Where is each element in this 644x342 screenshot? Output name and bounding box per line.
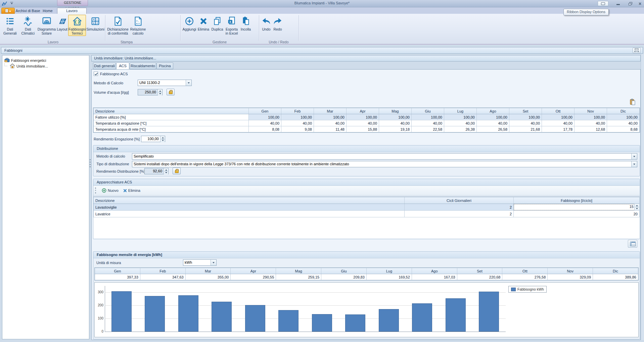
- column-header-month[interactable]: Ago: [477, 108, 509, 114]
- incolla-button[interactable]: Incolla: [239, 15, 252, 32]
- dati-climatici-button[interactable]: Dati Climatici: [19, 15, 37, 36]
- column-header-month[interactable]: Ott: [542, 108, 574, 114]
- chart-bar[interactable]: [379, 309, 399, 332]
- appliance-name-cell[interactable]: Lavatrice: [94, 211, 405, 217]
- month-cell[interactable]: 40,00: [347, 120, 379, 126]
- appliance-row[interactable]: Lavatrice220: [94, 211, 640, 217]
- application-menu-button[interactable]: [1, 8, 15, 14]
- fabbisogni-termici-button[interactable]: Fabbisogni Termici: [68, 15, 86, 36]
- aggiungi-button[interactable]: Aggiungi: [182, 15, 197, 32]
- tab-acs[interactable]: ACS: [116, 62, 129, 70]
- column-header-month[interactable]: Dic: [607, 108, 640, 114]
- column-header-month[interactable]: Gen: [249, 108, 281, 114]
- month-cell[interactable]: 21,68: [509, 126, 542, 132]
- copy-table-button[interactable]: [628, 98, 637, 106]
- dist-rendimento-spinedit[interactable]: 92,60: [144, 168, 169, 174]
- esporta-in-excel-button[interactable]: XEsporta in Excel: [224, 15, 239, 36]
- column-header-month[interactable]: Mar: [314, 108, 347, 114]
- minimize-button[interactable]: [614, 1, 622, 6]
- chart-bar[interactable]: [412, 303, 432, 332]
- fabbisogno-cell[interactable]: 20: [514, 211, 640, 217]
- month-cell[interactable]: 19,18: [379, 126, 412, 132]
- column-header-month[interactable]: Giu: [412, 108, 444, 114]
- month-cell[interactable]: 100,00: [347, 114, 379, 120]
- month-cell[interactable]: 100,00: [542, 114, 574, 120]
- month-cell[interactable]: 40,00: [477, 120, 509, 126]
- cicli-cell[interactable]: 2: [405, 211, 514, 217]
- month-cell[interactable]: 15,88: [347, 126, 379, 132]
- panel-resize-button[interactable]: [633, 48, 641, 53]
- month-cell[interactable]: 100,00: [412, 114, 444, 120]
- unita-misura-combo[interactable]: kWh: [183, 259, 217, 266]
- chart-bar[interactable]: [446, 298, 466, 332]
- fabbisogno-acs-checkbox[interactable]: [94, 72, 98, 76]
- month-cell[interactable]: 100,00: [509, 114, 542, 120]
- chart-bar[interactable]: [345, 314, 365, 332]
- month-cell[interactable]: 100,00: [607, 114, 640, 120]
- combo-dropdown-button[interactable]: [631, 161, 637, 167]
- month-cell[interactable]: 11,48: [314, 126, 347, 132]
- column-header-month[interactable]: Lug: [444, 108, 477, 114]
- layout-button[interactable]: Layout: [56, 15, 68, 32]
- cicli-cell[interactable]: 2: [405, 204, 514, 211]
- chart-bar[interactable]: [479, 292, 499, 332]
- spinner[interactable]: [157, 89, 162, 95]
- month-cell[interactable]: 100,00: [379, 114, 412, 120]
- simulazioni-button[interactable]: +-x=Simulazioni: [86, 15, 105, 32]
- tab-dati-generali[interactable]: Dati generali: [93, 62, 116, 69]
- month-cell[interactable]: 40,00: [574, 120, 607, 126]
- month-cell[interactable]: 12,68: [574, 126, 607, 132]
- dist-lock-button[interactable]: [173, 168, 181, 174]
- ribbon-tab-home[interactable]: Home: [40, 8, 55, 14]
- ribbon-display-options-button[interactable]: [598, 1, 608, 6]
- tab-piscina[interactable]: Piscina: [156, 62, 173, 69]
- diagramma-solare-button[interactable]: Diagramma Solare: [37, 15, 56, 36]
- month-cell[interactable]: 100,00: [281, 114, 314, 120]
- month-cell[interactable]: 100,00: [574, 114, 607, 120]
- relazione-calcolo-button[interactable]: + -x =Relazione calcolo: [129, 15, 147, 36]
- month-cell[interactable]: 26,58: [477, 126, 509, 132]
- month-cell[interactable]: 17,78: [542, 126, 574, 132]
- column-header-month[interactable]: Feb: [281, 108, 314, 114]
- column-header-month[interactable]: Apr: [347, 108, 379, 114]
- elimina-button[interactable]: Elimina: [197, 15, 210, 32]
- chart-bar[interactable]: [178, 295, 198, 332]
- chart-bar[interactable]: [111, 291, 132, 332]
- spinner[interactable]: [160, 136, 165, 142]
- duplica-button[interactable]: Duplica: [210, 15, 224, 32]
- chart-bar[interactable]: [212, 302, 232, 332]
- month-cell[interactable]: 40,00: [444, 120, 477, 126]
- fabbisogno-edit-cell[interactable]: 15: [514, 204, 639, 210]
- combo-dropdown-button[interactable]: [631, 154, 637, 159]
- dist-metodo-combo[interactable]: Semplificato: [132, 153, 637, 160]
- dist-tipo-combo[interactable]: Sistemi installati dopo dell'entrata in …: [132, 161, 637, 167]
- chart-bar[interactable]: [312, 314, 332, 332]
- appliance-row[interactable]: Lavastoviglie215: [94, 204, 640, 211]
- month-cell[interactable]: 8,68: [607, 126, 640, 132]
- fabbisogno-cell[interactable]: 15: [514, 204, 640, 211]
- apparecchiature-table[interactable]: DescrizioneCicli GiornalieriFabbisogno […: [93, 197, 640, 217]
- month-cell[interactable]: 100,00: [444, 114, 477, 120]
- month-cell[interactable]: 100,00: [477, 114, 509, 120]
- month-cell[interactable]: 40,00: [412, 120, 444, 126]
- spinner[interactable]: [164, 168, 168, 174]
- appliance-name-cell[interactable]: Lavastoviglie: [94, 204, 405, 211]
- month-cell[interactable]: 100,00: [249, 114, 281, 120]
- toolbar-drag-handle[interactable]: [95, 187, 96, 194]
- volume-acqua-spinedit[interactable]: 250,00: [138, 89, 163, 95]
- month-cell[interactable]: 40,00: [607, 120, 640, 126]
- month-cell[interactable]: 40,00: [542, 120, 574, 126]
- dati-generali-button[interactable]: Dati Generali: [1, 15, 19, 36]
- dichiarazione-di-conformit-button[interactable]: Dichiarazione di conformità: [106, 15, 129, 36]
- chart-bar[interactable]: [145, 296, 165, 332]
- nuovo-button[interactable]: Nuovo: [102, 188, 119, 193]
- month-cell[interactable]: 9,08: [281, 126, 314, 132]
- chart-bar[interactable]: [245, 305, 265, 332]
- month-cell[interactable]: 40,00: [379, 120, 412, 126]
- redo-button[interactable]: Redo: [272, 15, 283, 32]
- tab-riscaldamento[interactable]: Riscaldamento: [130, 62, 156, 69]
- month-cell[interactable]: 22,58: [412, 126, 444, 132]
- undo-button[interactable]: Undo: [261, 15, 272, 32]
- monthly-table[interactable]: DescrizioneGenFebMarAprMagGiuLugAgoSetOt…: [93, 108, 640, 132]
- volume-lock-button[interactable]: [167, 89, 175, 95]
